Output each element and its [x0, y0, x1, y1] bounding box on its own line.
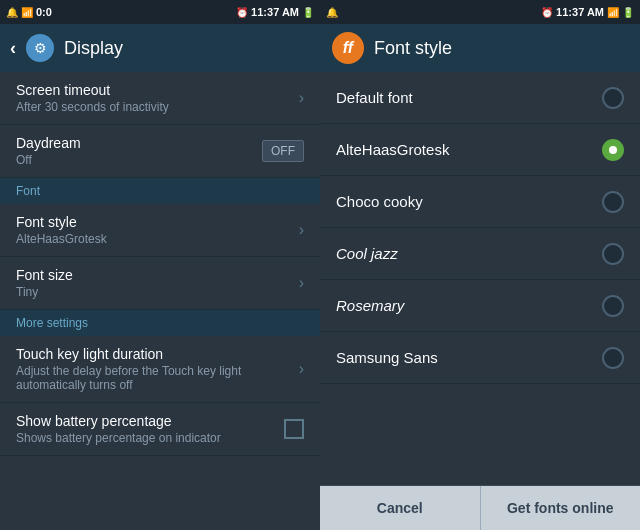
daydream-title: Daydream: [16, 135, 262, 151]
font-style-text: Font style AlteHaasGrotesk: [16, 214, 291, 246]
font-style-title: Font style: [16, 214, 291, 230]
right-status-icons-left: 🔔: [326, 7, 338, 18]
cancel-button[interactable]: Cancel: [320, 486, 481, 530]
font-item-default[interactable]: Default font: [320, 72, 640, 124]
font-name-choco: Choco cooky: [336, 193, 423, 210]
screen-timeout-title: Screen timeout: [16, 82, 291, 98]
left-status-icons-right: ⏰ 11:37 AM 🔋: [236, 6, 314, 18]
screen-timeout-item[interactable]: Screen timeout After 30 seconds of inact…: [0, 72, 320, 125]
font-radio-default[interactable]: [602, 87, 624, 109]
battery-pct-checkbox[interactable]: [284, 419, 304, 439]
touch-key-text: Touch key light duration Adjust the dela…: [16, 346, 291, 392]
font-name-cool: Cool jazz: [336, 245, 398, 262]
touch-key-title: Touch key light duration: [16, 346, 291, 362]
font-style-chevron: ›: [299, 221, 304, 239]
battery-pct-title: Show battery percentage: [16, 413, 284, 429]
signal-icon: 📶: [21, 7, 33, 18]
right-notification-icon: 🔔: [326, 7, 338, 18]
carrier-text: 0:0: [36, 6, 52, 18]
get-fonts-button[interactable]: Get fonts online: [481, 486, 641, 530]
font-style-item[interactable]: Font style AlteHaasGrotesk ›: [0, 204, 320, 257]
font-item-samsung[interactable]: Samsung Sans: [320, 332, 640, 384]
font-size-chevron: ›: [299, 274, 304, 292]
font-radio-cool[interactable]: [602, 243, 624, 265]
font-item-cool[interactable]: Cool jazz: [320, 228, 640, 280]
battery-icon-left: 🔋: [302, 7, 314, 18]
left-panel: 🔔 📶 0:0 ⏰ 11:37 AM 🔋 ‹ ⚙ Display Screen …: [0, 0, 320, 530]
font-size-text: Font size Tiny: [16, 267, 291, 299]
font-style-icon: ff: [332, 32, 364, 64]
right-signal-icon: 📶: [607, 7, 619, 18]
settings-list: Screen timeout After 30 seconds of inact…: [0, 72, 320, 530]
font-size-item[interactable]: Font size Tiny ›: [0, 257, 320, 310]
font-style-subtitle: AlteHaasGrotesk: [16, 232, 291, 246]
left-time: 11:37 AM: [251, 6, 299, 18]
left-status-bar: 🔔 📶 0:0 ⏰ 11:37 AM 🔋: [0, 0, 320, 24]
display-settings-icon: ⚙: [26, 34, 54, 62]
font-name-rosemary: Rosemary: [336, 297, 404, 314]
left-page-title: Display: [64, 38, 123, 59]
font-item-alte[interactable]: AlteHaasGrotesk: [320, 124, 640, 176]
font-name-default: Default font: [336, 89, 413, 106]
dialog-buttons: Cancel Get fonts online: [320, 485, 640, 530]
screen-timeout-subtitle: After 30 seconds of inactivity: [16, 100, 291, 114]
right-page-title: Font style: [374, 38, 452, 59]
font-name-alte: AlteHaasGrotesk: [336, 141, 449, 158]
screen-timeout-text: Screen timeout After 30 seconds of inact…: [16, 82, 291, 114]
right-status-bar: 🔔 ⏰ 11:37 AM 📶 🔋: [320, 0, 640, 24]
font-item-rosemary[interactable]: Rosemary: [320, 280, 640, 332]
right-time: 11:37 AM: [556, 6, 604, 18]
notification-icon: 🔔: [6, 7, 18, 18]
touch-key-item[interactable]: Touch key light duration Adjust the dela…: [0, 336, 320, 403]
font-radio-samsung[interactable]: [602, 347, 624, 369]
font-size-title: Font size: [16, 267, 291, 283]
battery-pct-subtitle: Shows battery percentage on indicator: [16, 431, 284, 445]
font-radio-choco[interactable]: [602, 191, 624, 213]
right-status-icons-right: ⏰ 11:37 AM 📶 🔋: [541, 6, 634, 18]
alarm-icon-left: ⏰: [236, 7, 248, 18]
font-item-choco[interactable]: Choco cooky: [320, 176, 640, 228]
right-top-bar: ff Font style: [320, 24, 640, 72]
screen-timeout-chevron: ›: [299, 89, 304, 107]
battery-pct-text: Show battery percentage Shows battery pe…: [16, 413, 284, 445]
more-settings-header: More settings: [0, 310, 320, 336]
font-list: Default font AlteHaasGrotesk Choco cooky…: [320, 72, 640, 485]
right-alarm-icon: ⏰: [541, 7, 553, 18]
daydream-item[interactable]: Daydream Off OFF: [0, 125, 320, 178]
right-panel: 🔔 ⏰ 11:37 AM 📶 🔋 ff Font style Default f…: [320, 0, 640, 530]
daydream-subtitle: Off: [16, 153, 262, 167]
back-button[interactable]: ‹: [10, 38, 16, 59]
left-status-icons-left: 🔔 📶 0:0: [6, 6, 52, 18]
left-top-bar: ‹ ⚙ Display: [0, 24, 320, 72]
daydream-text: Daydream Off: [16, 135, 262, 167]
touch-key-chevron: ›: [299, 360, 304, 378]
touch-key-subtitle: Adjust the delay before the Touch key li…: [16, 364, 291, 392]
font-size-subtitle: Tiny: [16, 285, 291, 299]
font-radio-rosemary[interactable]: [602, 295, 624, 317]
daydream-toggle[interactable]: OFF: [262, 140, 304, 162]
font-name-samsung: Samsung Sans: [336, 349, 438, 366]
right-battery-icon: 🔋: [622, 7, 634, 18]
font-section-header: Font: [0, 178, 320, 204]
font-radio-alte[interactable]: [602, 139, 624, 161]
battery-pct-item[interactable]: Show battery percentage Shows battery pe…: [0, 403, 320, 456]
